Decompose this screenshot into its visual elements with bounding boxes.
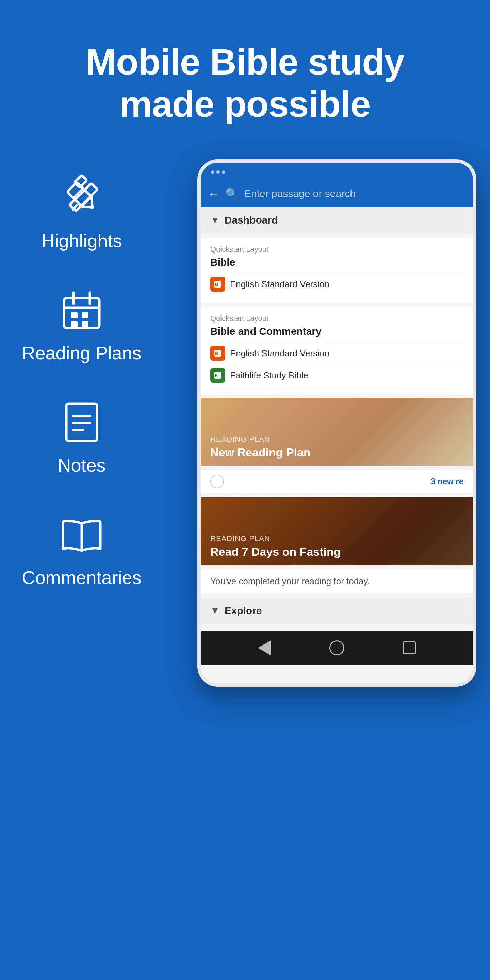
hero-section: Mobile Bible study made possible: [0, 0, 490, 153]
dashboard-header[interactable]: ▼ Dashboard: [201, 207, 473, 234]
bottom-spacer: [201, 624, 473, 631]
svg-rect-10: [71, 312, 78, 318]
page-bottom-padding: [0, 687, 490, 721]
highlights-icon: [58, 173, 105, 221]
quickstart1-label: Quickstart Layout: [210, 245, 463, 254]
explore-title: Explore: [224, 605, 262, 617]
dot-3: [222, 170, 225, 174]
reading-plan-new-footer[interactable]: 3 new re: [201, 470, 473, 493]
explore-chevron-icon: ▼: [210, 605, 220, 616]
highlights-feature: Highlights: [41, 173, 122, 251]
hero-title: Mobile Bible study made possible: [21, 41, 469, 125]
rp-circle-icon: [210, 475, 224, 488]
svg-rect-11: [82, 312, 89, 318]
svg-text:F: F: [215, 373, 218, 377]
phone-bottom-nav: [201, 631, 473, 665]
notes-icon: [58, 398, 105, 445]
quickstart-bible-card[interactable]: Quickstart Layout Bible B English Standa…: [201, 237, 473, 302]
esv-name-1: English Standard Version: [230, 279, 329, 290]
notes-label: Notes: [57, 455, 105, 476]
faithlife-name: Faithlife Study Bible: [230, 370, 308, 381]
dot-2: [216, 170, 220, 174]
reading-plan-new-card[interactable]: Reading Plan New Reading Plan: [201, 398, 473, 466]
reading-plans-icon: [58, 285, 105, 333]
phone-content: ▼ Dashboard Quickstart Layout Bible B: [201, 207, 473, 683]
reading-plans-feature: Reading Plans: [22, 285, 141, 363]
rp1-title: New Reading Plan: [210, 446, 463, 459]
svg-text:B: B: [215, 351, 218, 356]
svg-line-1: [73, 205, 76, 210]
search-bar[interactable]: ← 🔍 Enter passage or search: [201, 182, 473, 207]
content-area: Highlights Reading Plans: [0, 153, 490, 687]
reading-plans-label: Reading Plans: [22, 342, 141, 363]
features-column: Highlights Reading Plans: [14, 153, 150, 588]
search-input[interactable]: Enter passage or search: [244, 188, 466, 199]
rp2-label: Reading Plan: [210, 534, 463, 543]
phone-container: ← 🔍 Enter passage or search ▼ Dashboard …: [150, 153, 476, 687]
search-icon: 🔍: [225, 187, 239, 200]
nav-back-button[interactable]: [254, 638, 275, 658]
reading-plan-fasting-bg: Reading Plan Read 7 Days on Fasting: [201, 497, 473, 565]
dashboard-chevron-icon: ▼: [210, 215, 220, 226]
nav-home-icon: [329, 640, 344, 655]
highlights-label: Highlights: [41, 230, 122, 251]
explore-header[interactable]: ▼ Explore: [201, 598, 473, 624]
quickstart-commentary-card[interactable]: Quickstart Layout Bible and Commentary B…: [201, 307, 473, 394]
rp2-title: Read 7 Days on Fasting: [210, 545, 463, 558]
commentaries-icon: [58, 510, 105, 557]
resource-esv-2[interactable]: B English Standard Version: [210, 342, 463, 364]
quickstart2-label: Quickstart Layout: [210, 314, 463, 323]
phone-mockup: ← 🔍 Enter passage or search ▼ Dashboard …: [197, 159, 476, 687]
nav-recent-icon: [403, 641, 416, 654]
phone-status-bar: [201, 163, 473, 182]
dashboard-title: Dashboard: [224, 215, 278, 226]
resource-esv-1[interactable]: B English Standard Version: [210, 273, 463, 295]
esv-icon-2: B: [210, 346, 225, 361]
svg-text:B: B: [215, 282, 218, 287]
svg-rect-12: [71, 321, 78, 327]
dot-1: [211, 170, 215, 174]
notes-feature: Notes: [57, 398, 105, 476]
commentaries-label: Commentaries: [22, 567, 141, 588]
commentaries-feature: Commentaries: [22, 510, 141, 588]
reading-plan-new-bg: Reading Plan New Reading Plan: [201, 398, 473, 466]
reading-plan-fasting-card[interactable]: Reading Plan Read 7 Days on Fasting: [201, 497, 473, 565]
rp-new-count: 3 new re: [431, 477, 463, 486]
esv-name-2: English Standard Version: [230, 348, 329, 359]
nav-home-button[interactable]: [327, 638, 347, 658]
svg-marker-4: [82, 197, 97, 212]
fasting-completed-text: You've completed your reading for today.: [201, 569, 473, 593]
faithlife-icon: F: [210, 368, 225, 383]
resource-faithlife[interactable]: F Faithlife Study Bible: [210, 364, 463, 386]
phone-status-dots: [211, 170, 225, 174]
nav-back-icon: [258, 640, 271, 655]
back-button[interactable]: ←: [208, 186, 220, 201]
rp1-label: Reading Plan: [210, 435, 463, 444]
esv-icon-1: B: [210, 277, 225, 292]
nav-recent-button[interactable]: [399, 638, 420, 658]
fasting-card-inner: Reading Plan Read 7 Days on Fasting: [201, 527, 473, 565]
quickstart2-title: Bible and Commentary: [210, 326, 463, 337]
quickstart1-title: Bible: [210, 256, 463, 268]
svg-rect-13: [82, 321, 89, 327]
